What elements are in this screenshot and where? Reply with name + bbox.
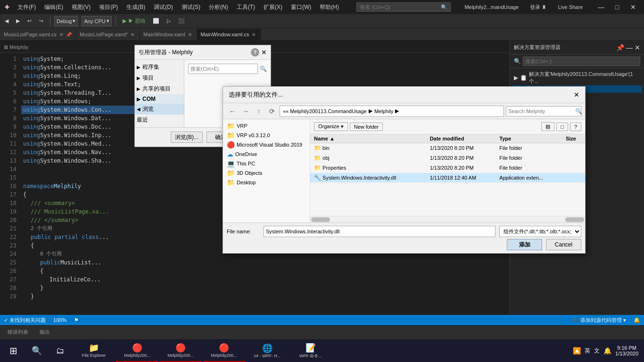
new-folder-button[interactable]: New folder	[350, 123, 383, 131]
file-row[interactable]: 📁 bin 1/13/2020 8:20 PM File folder	[310, 143, 585, 153]
file-explorer-taskbar[interactable]: 📁 File Explorer	[73, 339, 115, 362]
global-search[interactable]: 搜索 (Ctrl+Q) 🔍	[356, 2, 451, 12]
menu-debug[interactable]: 调试(D)	[150, 2, 177, 12]
menu-test[interactable]: 测试(S)	[178, 2, 204, 12]
menu-file[interactable]: 文件(F)	[14, 2, 40, 12]
organize-button[interactable]: Organize ▾	[314, 122, 348, 131]
cancel-dialog-button[interactable]: Cancel	[546, 239, 581, 250]
sidebar-vrp-version[interactable]: 📁 VRP v0.3.12.0	[225, 131, 308, 140]
tab-musiclistpage-xaml[interactable]: MusicListPage.xaml* ✕	[76, 29, 140, 40]
tray-arrow-icon[interactable]: 🔼	[573, 347, 581, 354]
maximize-button[interactable]: □	[610, 2, 624, 12]
close-ref-manager-button[interactable]: ✕	[261, 49, 267, 56]
solution-node[interactable]: ▶ 📋 解决方案'Melphily200113.CommandUsage'(1 …	[512, 70, 642, 85]
ref-item-com[interactable]: ▶ COM	[135, 94, 184, 104]
sidebar-3dobjects[interactable]: 📁 3D Objects	[225, 168, 308, 178]
vs-taskbar-2[interactable]: 🔴 Melphily200...	[159, 339, 202, 362]
redo-button[interactable]: ↪	[36, 17, 46, 25]
ref-item-assembly[interactable]: ▶ 程序集	[135, 62, 184, 73]
tab-close[interactable]: ✕	[58, 32, 64, 38]
live-share-button[interactable]: Live Share	[558, 4, 583, 10]
tab-close[interactable]: ✕	[251, 32, 256, 38]
input-lang[interactable]: 英	[585, 347, 590, 355]
sidebar-vs2019[interactable]: 🔴 Microsoft Visual Studio 2019	[225, 140, 308, 149]
sidebar-thispc[interactable]: 💻 This PC	[225, 159, 308, 168]
ref-item-recent[interactable]: 最近	[135, 115, 184, 125]
view-button-grid[interactable]: □	[556, 123, 568, 131]
clock[interactable]: 9:16 PM 1/13/2020	[615, 345, 638, 356]
toolbar-extra2[interactable]: ▷	[164, 17, 173, 25]
vs-taskbar-3[interactable]: 🔴 Melphily200...	[203, 339, 245, 362]
ref-item-project[interactable]: ▶ 项目	[135, 73, 184, 83]
sidebar-onedrive[interactable]: ☁ OneDrive	[225, 149, 308, 159]
col-date[interactable]: Date modified	[426, 134, 496, 143]
menu-analyze[interactable]: 分析(N)	[205, 2, 232, 12]
add-button[interactable]: 添加	[507, 239, 542, 250]
nav-refresh-button[interactable]: ⟳	[266, 106, 278, 117]
vs-taskbar-1[interactable]: 🔴 Melphily200...	[116, 339, 158, 362]
ref-search-input[interactable]	[188, 64, 258, 74]
close-panel-button[interactable]: ✕	[635, 44, 640, 51]
nav-back-button[interactable]: ←	[227, 106, 238, 117]
forward-button[interactable]: ▶	[13, 17, 23, 25]
scroll-thumb-right[interactable]	[565, 217, 584, 222]
start-button[interactable]: ▶ ▶ 启动	[120, 16, 148, 25]
minimize-button[interactable]: —	[594, 2, 608, 12]
filename-input[interactable]	[264, 226, 495, 237]
toolbar-extra3[interactable]: ⬛	[175, 17, 188, 25]
back-button[interactable]: ◀	[2, 17, 11, 25]
tab-close[interactable]: ✕	[130, 32, 135, 38]
notification-icon[interactable]: 🔔	[634, 317, 640, 323]
view-button-list[interactable]: ▤	[541, 122, 554, 131]
col-name[interactable]: Name ▲	[310, 134, 426, 143]
col-size[interactable]: Size	[562, 134, 585, 143]
menu-extensions[interactable]: 扩展(X)	[260, 2, 286, 12]
menu-project[interactable]: 项目(P)	[95, 2, 122, 12]
sidebar-desktop[interactable]: 📁 Desktop	[225, 178, 308, 187]
ref-item-browse[interactable]: ◀ 浏览	[135, 104, 184, 115]
view-help-button[interactable]: ?	[570, 123, 581, 131]
solution-search-input[interactable]	[523, 57, 640, 66]
menu-window[interactable]: 窗口(W)	[287, 2, 315, 12]
ref-item-shared[interactable]: ▶ 共享的项目	[135, 83, 184, 94]
output-tab[interactable]: 输出	[36, 328, 54, 337]
col-type[interactable]: Type	[495, 134, 562, 143]
file-search-input[interactable]	[508, 108, 573, 114]
start-button-taskbar[interactable]: ⊞	[2, 339, 25, 362]
tab-musiclistpage-xamlcs[interactable]: MusicListPage.xaml.cs ✕ 📌	[0, 29, 76, 40]
notification-icon-taskbar[interactable]: 🔔	[603, 347, 611, 354]
sidebar-vrp[interactable]: 📁 VRP	[225, 121, 308, 131]
login-button[interactable]: 登录 ♜	[530, 4, 546, 11]
debug-config-dropdown[interactable]: Debug ▾	[54, 16, 78, 26]
menu-help[interactable]: 帮助(H)	[316, 2, 343, 12]
breadcrumb-bar[interactable]: «« Melphily200113.CommandUsage ▶ Melphil…	[280, 106, 504, 117]
browse-button[interactable]: 浏览(B)...	[171, 132, 203, 143]
file-row[interactable]: 📁 Properties 1/13/2020 8:20 PM File fold…	[310, 163, 585, 173]
file-row-selected[interactable]: 🔧 System.Windows.Interactivity.dll 1/11/…	[310, 173, 585, 183]
add-source-control[interactable]: ➕ 添加到源代码管理 ▾	[572, 317, 626, 324]
tab-mainwindow-xaml[interactable]: MainWindow.xaml ✕	[140, 29, 197, 40]
collapse-panel-button[interactable]: —	[626, 44, 633, 51]
notepad-taskbar[interactable]: 📝 WPF 命令...	[289, 339, 332, 362]
input-mode[interactable]: 文	[594, 347, 600, 355]
scroll-thumb[interactable]	[311, 217, 330, 222]
taskview-button[interactable]: 🗂	[49, 339, 72, 362]
nav-up-button[interactable]: ↑	[253, 106, 264, 117]
menu-build[interactable]: 生成(B)	[123, 2, 149, 12]
menu-tools[interactable]: 工具(T)	[233, 2, 259, 12]
file-search-bar[interactable]: 🔍	[506, 106, 581, 116]
browser-taskbar[interactable]: 🌐 c# - WPF: H...	[246, 339, 289, 362]
toolbar-extra1[interactable]: ⬜	[150, 17, 162, 25]
search-button-taskbar[interactable]: 🔍	[25, 339, 48, 362]
filetype-select[interactable]: 组件文件(*.dll;*.tlb;*.olb;*.ocx;	[499, 226, 581, 237]
help-icon[interactable]: ?	[251, 48, 259, 57]
nav-forward-button[interactable]: →	[240, 106, 251, 117]
pin-panel-button[interactable]: 📌	[616, 44, 624, 51]
platform-dropdown[interactable]: Any CPU ▾	[82, 16, 111, 26]
file-row[interactable]: 📁 obj 1/13/2020 8:20 PM File folder	[310, 153, 585, 163]
tab-mainwindow-xamlcs[interactable]: MainWindow.xaml.cs ✕	[197, 29, 261, 40]
menu-view[interactable]: 视图(V)	[68, 2, 94, 12]
error-list-tab[interactable]: 错误列表	[4, 328, 32, 337]
undo-button[interactable]: ↩	[25, 17, 34, 25]
menu-edit[interactable]: 编辑(E)	[41, 2, 67, 12]
